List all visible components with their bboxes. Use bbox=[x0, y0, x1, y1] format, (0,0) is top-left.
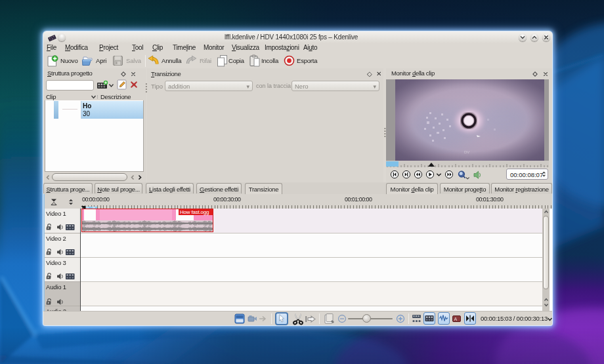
svg-text:A: A bbox=[454, 317, 458, 321]
